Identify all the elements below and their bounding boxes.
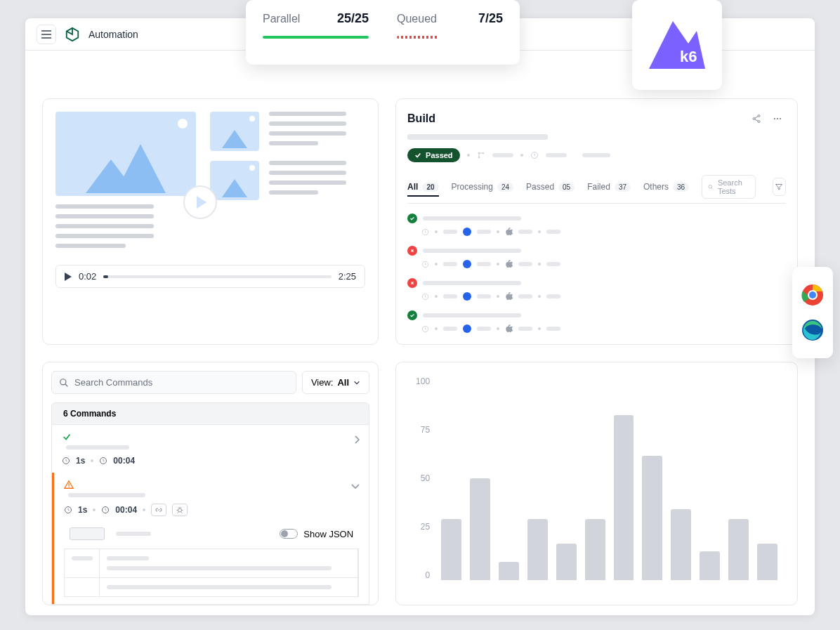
svg-point-8 bbox=[483, 152, 484, 154]
test-row[interactable] bbox=[407, 214, 786, 236]
status-summary-card: Parallel 25/25 Queued 7/25 bbox=[246, 0, 520, 65]
search-icon bbox=[59, 378, 69, 388]
pass-icon bbox=[407, 310, 417, 320]
browser-dot-icon bbox=[463, 324, 471, 333]
clock-icon bbox=[99, 457, 107, 465]
svg-point-3 bbox=[774, 118, 775, 119]
queued-value: 7/25 bbox=[478, 11, 503, 26]
svg-point-7 bbox=[478, 157, 480, 158]
y-tick: 75 bbox=[416, 425, 430, 435]
queued-label: Queued bbox=[397, 13, 437, 25]
play-button[interactable] bbox=[183, 185, 217, 219]
svg-point-10 bbox=[709, 185, 712, 188]
pass-icon bbox=[407, 214, 417, 223]
show-json-label: Show JSON bbox=[303, 529, 353, 539]
build-title: Build bbox=[407, 112, 435, 125]
chevron-down-icon[interactable] bbox=[350, 483, 360, 490]
search-commands-input[interactable]: Search Commands bbox=[51, 371, 296, 394]
apple-icon bbox=[505, 260, 513, 268]
warning-icon bbox=[64, 480, 74, 490]
command-item[interactable]: 1s 00:04 bbox=[52, 473, 369, 604]
play-small-icon bbox=[65, 273, 72, 281]
browser-dot-icon bbox=[463, 292, 471, 301]
more-horizontal-icon bbox=[773, 114, 782, 124]
chevron-right-icon[interactable] bbox=[353, 435, 360, 445]
video-panel: 0:02 2:25 bbox=[42, 98, 379, 345]
svg-point-4 bbox=[777, 118, 778, 119]
chart-bar bbox=[585, 519, 605, 580]
parallel-bar bbox=[263, 36, 369, 39]
search-tests-input[interactable]: Search Tests bbox=[702, 175, 755, 199]
chart-bar bbox=[700, 551, 720, 580]
fail-icon bbox=[407, 246, 417, 256]
video-total-time: 2:25 bbox=[339, 271, 356, 282]
apple-icon bbox=[505, 324, 513, 333]
chart-bar bbox=[441, 519, 461, 580]
tab-failed[interactable]: Failed37 bbox=[587, 182, 631, 192]
clock-icon bbox=[530, 151, 539, 159]
y-tick: 0 bbox=[416, 570, 430, 580]
test-row[interactable] bbox=[407, 278, 786, 301]
clock-icon bbox=[421, 293, 429, 301]
svg-point-0 bbox=[758, 114, 760, 117]
chrome-icon[interactable] bbox=[801, 284, 824, 306]
commands-count: 6 Commands bbox=[51, 402, 369, 425]
hamburger-icon bbox=[41, 30, 51, 39]
test-row[interactable] bbox=[407, 246, 786, 268]
svg-point-18 bbox=[68, 486, 70, 487]
tab-passed[interactable]: Passed05 bbox=[526, 182, 575, 192]
y-tick: 50 bbox=[416, 473, 430, 483]
command-detail-table bbox=[64, 549, 359, 597]
chart-panel: 1007550250 bbox=[395, 362, 798, 605]
y-tick: 100 bbox=[416, 376, 430, 386]
k6-integration-card[interactable]: k6 bbox=[632, 0, 722, 90]
chart-bar bbox=[556, 544, 577, 580]
svg-point-15 bbox=[60, 379, 66, 384]
chart-bar bbox=[642, 456, 662, 580]
svg-point-21 bbox=[178, 508, 182, 512]
chart-bar bbox=[728, 519, 749, 580]
tab-others[interactable]: Others36 bbox=[643, 182, 689, 192]
link-icon[interactable] bbox=[151, 504, 166, 516]
commands-panel: Search Commands View: All 6 Commands bbox=[42, 362, 379, 605]
tab-all[interactable]: All20 bbox=[407, 182, 438, 192]
parallel-value: 25/25 bbox=[337, 11, 369, 26]
app-logo bbox=[65, 27, 80, 42]
chart-bar bbox=[614, 415, 634, 580]
check-icon bbox=[62, 432, 72, 442]
chart-bar bbox=[470, 478, 490, 580]
view-selector[interactable]: View: All bbox=[302, 371, 369, 394]
apple-icon bbox=[505, 228, 513, 236]
video-progress[interactable]: 0:02 2:25 bbox=[55, 265, 365, 288]
video-current-time: 0:02 bbox=[79, 271, 96, 282]
test-row[interactable] bbox=[407, 310, 786, 333]
clock-icon bbox=[421, 261, 429, 268]
command-item[interactable]: 1s 00:04 bbox=[52, 425, 369, 473]
clock-icon bbox=[421, 325, 429, 333]
filter-icon bbox=[775, 183, 783, 191]
show-json-toggle[interactable] bbox=[280, 529, 298, 539]
edge-icon[interactable] bbox=[801, 319, 824, 341]
hamburger-menu-button[interactable] bbox=[37, 25, 56, 44]
svg-text:k6: k6 bbox=[680, 48, 697, 65]
bug-icon[interactable] bbox=[172, 504, 188, 516]
filter-button[interactable] bbox=[773, 178, 786, 196]
queued-bar bbox=[397, 36, 439, 39]
share-icon bbox=[752, 114, 761, 124]
search-icon bbox=[708, 183, 714, 191]
tab-processing[interactable]: Processing24 bbox=[452, 182, 514, 192]
svg-point-5 bbox=[780, 118, 781, 119]
browsers-card bbox=[792, 267, 833, 358]
share-button[interactable] bbox=[748, 110, 765, 127]
more-button[interactable] bbox=[769, 110, 786, 127]
svg-point-6 bbox=[478, 152, 480, 154]
svg-point-2 bbox=[758, 121, 760, 123]
clock-icon bbox=[101, 506, 110, 514]
fail-icon bbox=[407, 278, 417, 288]
chart-bar bbox=[527, 519, 548, 580]
y-tick: 25 bbox=[416, 522, 430, 532]
chart-bar bbox=[671, 509, 691, 581]
chevron-down-icon bbox=[353, 379, 360, 386]
chart-bar bbox=[757, 544, 777, 580]
check-icon bbox=[414, 152, 421, 159]
